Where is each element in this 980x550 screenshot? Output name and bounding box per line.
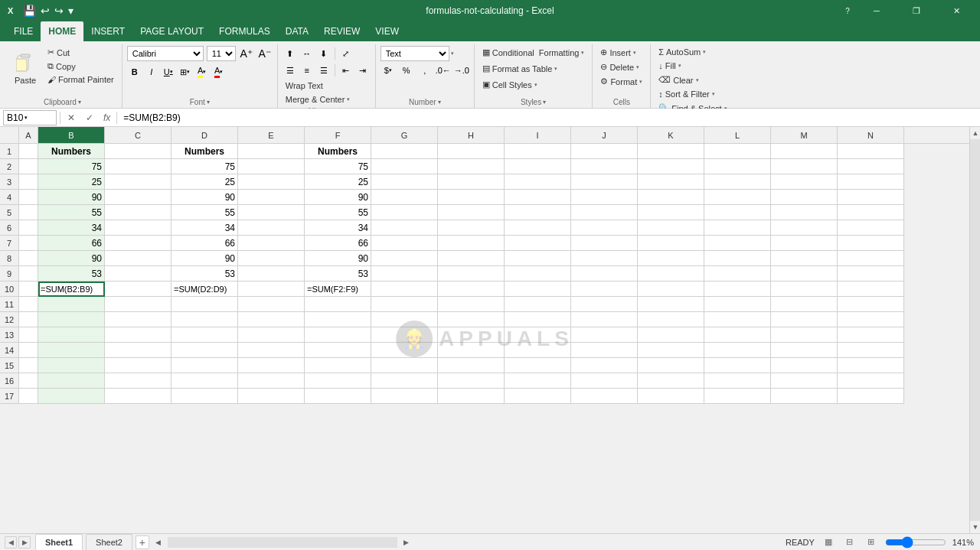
cell-m6[interactable] (771, 220, 838, 236)
cell-a10[interactable] (19, 282, 38, 297)
row-6[interactable]: 6 (0, 220, 19, 236)
cell-f15[interactable] (305, 358, 371, 373)
font-color-button[interactable]: A ▾ (211, 64, 227, 80)
cell-m11[interactable] (771, 297, 838, 312)
redo-quick-btn[interactable]: ↪ (53, 3, 65, 18)
comma-btn[interactable]: , (417, 63, 433, 78)
cell-n13[interactable] (838, 327, 904, 343)
cell-a12[interactable] (19, 312, 38, 327)
paste-button[interactable]: Paste (8, 46, 43, 92)
cell-d10[interactable]: =SUM(D2:D9) (172, 282, 238, 297)
cell-f7[interactable]: 66 (305, 236, 371, 251)
cell-h4[interactable] (438, 190, 505, 205)
cell-i17[interactable] (505, 389, 571, 404)
cell-j2[interactable] (571, 159, 638, 174)
sort-filter-button[interactable]: ↕ Sort & Filter ▾ (655, 88, 718, 100)
cell-f16[interactable] (305, 373, 371, 389)
cell-l10[interactable] (704, 282, 771, 297)
format-as-table-button[interactable]: ▤ Format as Table ▾ (479, 62, 561, 75)
cell-a3[interactable] (19, 174, 38, 190)
italic-button[interactable]: I (144, 64, 159, 80)
tab-view[interactable]: VIEW (368, 21, 407, 41)
cell-h11[interactable] (438, 297, 505, 312)
cell-k4[interactable] (638, 190, 704, 205)
col-header-d[interactable]: D (172, 127, 238, 143)
cell-d3[interactable]: 25 (172, 174, 238, 190)
cell-e12[interactable] (238, 312, 305, 327)
cell-b8[interactable]: 90 (38, 251, 105, 266)
cell-h15[interactable] (438, 358, 505, 373)
cell-g2[interactable] (371, 159, 438, 174)
cell-g9[interactable] (371, 266, 438, 282)
cell-l12[interactable] (704, 312, 771, 327)
delete-button[interactable]: ⊖ Delete ▾ (597, 60, 642, 73)
cell-g16[interactable] (371, 373, 438, 389)
cell-k6[interactable] (638, 220, 704, 236)
cell-d9[interactable]: 53 (172, 266, 238, 282)
cell-e8[interactable] (238, 251, 305, 266)
cell-b3[interactable]: 25 (38, 174, 105, 190)
formula-cancel-btn[interactable]: ✕ (64, 110, 79, 125)
font-name-select[interactable]: Calibri (127, 46, 204, 61)
align-middle-btn[interactable]: ↔ (299, 46, 315, 61)
sheet-tab-sheet1[interactable]: Sheet1 (35, 534, 83, 550)
cell-l3[interactable] (704, 174, 771, 190)
increase-decimal-btn[interactable]: →.0 (454, 63, 469, 78)
cell-k8[interactable] (638, 251, 704, 266)
cell-f10[interactable]: =SUM(F2:F9) (305, 282, 371, 297)
cell-h5[interactable] (438, 205, 505, 220)
bold-button[interactable]: B (127, 64, 142, 80)
formula-confirm-btn[interactable]: ✓ (82, 110, 97, 125)
cell-d4[interactable]: 90 (172, 190, 238, 205)
underline-button[interactable]: U▾ (161, 64, 176, 80)
cell-n12[interactable] (838, 312, 904, 327)
col-header-h[interactable]: H (438, 127, 505, 143)
cell-d15[interactable] (172, 358, 238, 373)
merge-center-button[interactable]: Merge & Center ▾ (283, 93, 354, 106)
cell-c12[interactable] (105, 312, 172, 327)
cell-d13[interactable] (172, 327, 238, 343)
decrease-indent-btn[interactable]: ⇤ (338, 63, 354, 78)
cell-c7[interactable] (105, 236, 172, 251)
cell-e3[interactable] (238, 174, 305, 190)
font-size-select[interactable]: 11 (207, 46, 236, 61)
cell-c16[interactable] (105, 373, 172, 389)
cell-g7[interactable] (371, 236, 438, 251)
cell-b9[interactable]: 53 (38, 266, 105, 282)
clear-button[interactable]: ⌫ Clear ▾ (655, 73, 701, 86)
cell-c13[interactable] (105, 327, 172, 343)
cell-b6[interactable]: 34 (38, 220, 105, 236)
cell-f1[interactable]: Numbers (305, 144, 371, 159)
cell-i5[interactable] (505, 205, 571, 220)
cell-m4[interactable] (771, 190, 838, 205)
cell-n7[interactable] (838, 236, 904, 251)
cell-m3[interactable] (771, 174, 838, 190)
cell-reference-box[interactable]: B10 ▾ (3, 110, 57, 125)
cell-j12[interactable] (571, 312, 638, 327)
cell-k3[interactable] (638, 174, 704, 190)
font-grow-btn[interactable]: A⁺ (239, 46, 254, 61)
sheet-scroll-right-btn[interactable]: ▶ (18, 536, 31, 548)
cell-i12[interactable] (505, 312, 571, 327)
cell-c11[interactable] (105, 297, 172, 312)
cell-e7[interactable] (238, 236, 305, 251)
border-button[interactable]: ⊞▾ (178, 64, 193, 80)
cell-a7[interactable] (19, 236, 38, 251)
cell-j1[interactable] (571, 144, 638, 159)
cell-i15[interactable] (505, 358, 571, 373)
col-header-l[interactable]: L (704, 127, 771, 143)
cell-j13[interactable] (571, 327, 638, 343)
accounting-btn[interactable]: $▾ (381, 63, 396, 78)
hscroll-left-btn[interactable]: ◀ (152, 537, 165, 548)
clipboard-expand-arrow[interactable]: ▾ (78, 99, 81, 106)
cell-d7[interactable]: 66 (172, 236, 238, 251)
cell-n10[interactable] (838, 282, 904, 297)
cell-g11[interactable] (371, 297, 438, 312)
cell-f6[interactable]: 34 (305, 220, 371, 236)
font-expand-arrow[interactable]: ▾ (207, 99, 210, 106)
row-2[interactable]: 2 (0, 159, 19, 174)
cell-a8[interactable] (19, 251, 38, 266)
cell-c5[interactable] (105, 205, 172, 220)
cell-j4[interactable] (571, 190, 638, 205)
cell-e1[interactable] (238, 144, 305, 159)
